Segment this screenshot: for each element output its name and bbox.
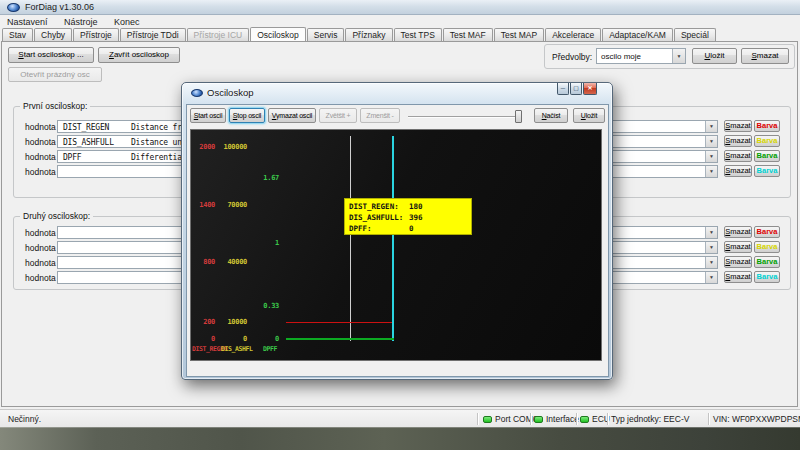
minimize-button[interactable]: ─	[557, 83, 569, 95]
status-bar: Nečinný. Port COM6 Interface ECU Typ jed…	[0, 409, 800, 427]
tab-akcelerace[interactable]: Akcelerace	[545, 28, 601, 41]
tab-test-maf[interactable]: Test MAF	[443, 28, 493, 41]
maximize-button[interactable]: ▢	[570, 83, 582, 95]
barva-row-button[interactable]: Barva	[754, 241, 780, 253]
zmensit-button: Zmenšit -	[360, 108, 400, 123]
tab-pristroje-icu: Přístroje ICU	[187, 28, 250, 41]
scope-tick: 1400	[191, 201, 215, 209]
scope-position-line	[392, 136, 394, 341]
tooltip-label: DIS_ASHFULL:	[349, 212, 409, 223]
start-oscil-button[interactable]: Start oscil	[190, 108, 226, 123]
smazat-row-button[interactable]: Smazat	[724, 150, 752, 162]
tab-chyby[interactable]: Chyby	[34, 28, 72, 41]
desktop: ForDiag v1.30.06 Nastavení Nástroje Kone…	[0, 0, 800, 450]
smazat-row-button[interactable]: Smazat	[724, 271, 752, 283]
smazat-row-button[interactable]: Smazat	[724, 135, 752, 147]
smazat-row-button[interactable]: Smazat	[724, 256, 752, 268]
dropdown-arrow-icon[interactable]: ▼	[705, 151, 717, 162]
dropdown-arrow-icon[interactable]: ▼	[705, 257, 717, 268]
group2-title: Druhý osciloskop:	[20, 211, 93, 221]
tab-special[interactable]: Speciál	[674, 28, 716, 41]
dropdown-arrow-icon[interactable]: ▼	[705, 227, 717, 238]
dropdown-arrow-icon[interactable]: ▼	[672, 49, 685, 63]
tab-test-tps[interactable]: Test TPS	[394, 28, 442, 41]
pid-name: DPFF	[63, 153, 81, 162]
trace-dpff	[286, 338, 394, 340]
ulozit-predvolbu-button[interactable]: Uložit	[692, 48, 737, 64]
scope-tick: 0	[253, 335, 279, 343]
barva-row-button[interactable]: Barva	[754, 150, 780, 162]
statusbar-separator	[708, 413, 709, 425]
app-icon	[7, 3, 20, 12]
smazat-row-button[interactable]: Smazat	[724, 226, 752, 238]
scope-tick: 10000	[219, 318, 247, 326]
pid-description: Distance fro	[131, 123, 186, 132]
osc-titlebar[interactable]: Osciloskop	[182, 83, 612, 104]
status-unit-type: Typ jednotky: EEC-V	[611, 414, 689, 424]
pid-name: DIS_ASHFULL	[63, 138, 114, 147]
scope-tick: 70000	[219, 201, 247, 209]
smazat-row-button[interactable]: Smazat	[724, 241, 752, 253]
status-port: Port COM6	[495, 414, 538, 424]
tooltip-label: DIST_REGEN:	[349, 201, 409, 212]
nacist-button[interactable]: Načíst	[534, 108, 568, 123]
tab-test-map[interactable]: Test MAP	[494, 28, 544, 41]
start-osciloskop-button[interactable]: Start osciloskop ...	[8, 47, 94, 63]
scope-tooltip: DIST_REGEN:180 DIS_ASHFULL:396 DPFF:0	[344, 198, 472, 235]
zoom-slider-thumb[interactable]	[515, 110, 522, 123]
tab-strip: Stav Chyby Přístroje Přístroje TDdi Přís…	[2, 27, 717, 41]
tab-stav[interactable]: Stav	[2, 28, 33, 41]
vymazat-oscil-button[interactable]: Vymazat oscil	[268, 108, 316, 123]
scope-tick: 0	[219, 335, 247, 343]
dropdown-arrow-icon[interactable]: ▼	[705, 121, 717, 132]
tooltip-row: DIS_ASHFULL:396	[349, 212, 471, 223]
tab-servis[interactable]: Servis	[307, 28, 345, 41]
barva-row-button[interactable]: Barva	[754, 271, 780, 283]
smazat-predvolbu-button[interactable]: Smazat	[741, 48, 789, 64]
tab-adaptace-kam[interactable]: Adaptace/KAM	[602, 28, 673, 41]
smazat-row-button[interactable]: Smazat	[724, 120, 752, 132]
barva-row-button[interactable]: Barva	[754, 165, 780, 177]
status-state: Nečinný.	[8, 414, 41, 424]
dropdown-arrow-icon[interactable]: ▼	[705, 166, 717, 177]
predvolby-label: Předvolby:	[552, 52, 592, 62]
ulozit-oscil-button[interactable]: Uložit	[573, 108, 605, 123]
tab-pristroje[interactable]: Přístroje	[73, 28, 119, 41]
barva-row-button[interactable]: Barva	[754, 226, 780, 238]
statusbar-separator	[576, 413, 577, 425]
predvolby-combobox[interactable]: oscilo moje ▼	[596, 48, 686, 64]
status-vin: VIN: WF0PXXWPDPSM7840	[713, 414, 800, 424]
stop-oscil-button[interactable]: Stop oscil	[229, 108, 265, 123]
tooltip-value: 180	[409, 202, 423, 211]
barva-row-button[interactable]: Barva	[754, 256, 780, 268]
dropdown-arrow-icon[interactable]: ▼	[705, 136, 717, 147]
tab-pristroje-tddi[interactable]: Přístroje TDdi	[120, 28, 186, 41]
scope-display[interactable]: 2000 1400 800 200 0 100000 70000 40000 1…	[190, 129, 602, 361]
scope-tick: 0	[191, 335, 215, 343]
dropdown-arrow-icon[interactable]: ▼	[705, 272, 717, 283]
scope-tick: 40000	[219, 258, 247, 266]
zavrit-osciloskop-button[interactable]: Zavřít osciloskop	[98, 47, 180, 63]
zoom-slider-track[interactable]	[408, 116, 520, 118]
pid-description: Differential	[131, 153, 186, 162]
dropdown-arrow-icon[interactable]: ▼	[705, 242, 717, 253]
scope-tick: 800	[191, 258, 215, 266]
barva-row-button[interactable]: Barva	[754, 135, 780, 147]
tab-priznaky[interactable]: Příznaky	[345, 28, 392, 41]
scope-tick: 0.33	[253, 302, 279, 310]
barva-row-button[interactable]: Barva	[754, 120, 780, 132]
tab-osciloskop[interactable]: Osciloskop	[250, 27, 306, 41]
statusbar-separator	[607, 413, 608, 425]
scope-tick: 1	[253, 239, 279, 247]
close-button[interactable]: ✕	[583, 83, 597, 95]
window-caption-buttons: ─ ▢ ✕	[557, 83, 597, 95]
app-titlebar: ForDiag v1.30.06	[0, 0, 800, 15]
scope-tick: 1.67	[253, 174, 279, 182]
trace-dist-regen	[286, 322, 392, 323]
smazat-row-button[interactable]: Smazat	[724, 165, 752, 177]
osc-window-title: Osciloskop	[207, 87, 253, 98]
predvolby-value: oscilo moje	[601, 52, 641, 61]
osciloskop-window: Osciloskop ─ ▢ ✕ Start oscil Stop oscil …	[181, 82, 613, 380]
group1-title: První osciloskop:	[20, 101, 90, 111]
channel-label-dis-ashfl: DIS_ASHFL	[221, 345, 253, 353]
